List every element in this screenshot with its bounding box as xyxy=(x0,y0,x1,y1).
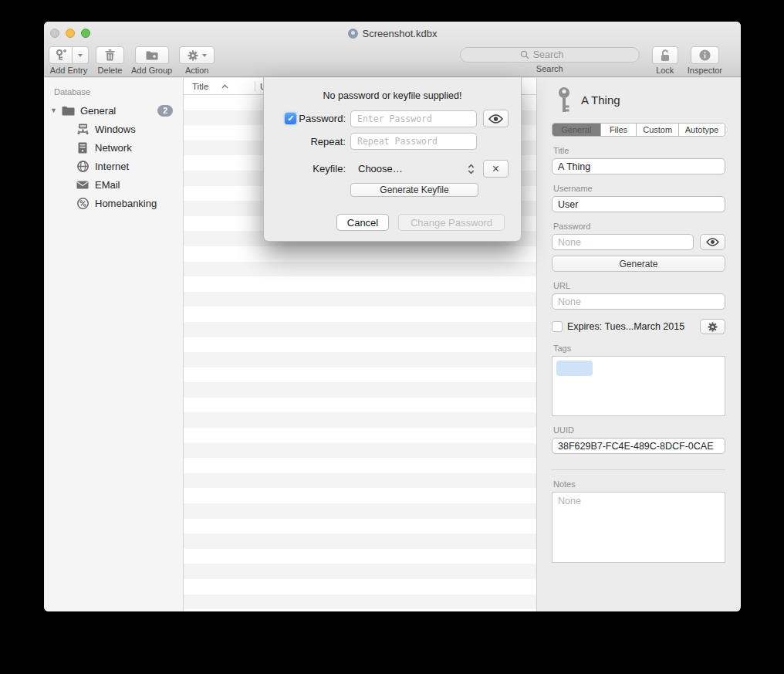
tag-chip[interactable] xyxy=(556,361,593,376)
sidebar-item-network[interactable]: Network xyxy=(44,138,183,157)
entry-row[interactable] xyxy=(184,322,536,337)
password-field[interactable] xyxy=(552,234,694,250)
entry-row[interactable] xyxy=(184,519,536,534)
entry-count-badge: 2 xyxy=(157,105,173,117)
entry-row[interactable] xyxy=(184,307,536,322)
show-password-button[interactable] xyxy=(483,110,509,127)
notes-field[interactable] xyxy=(552,492,725,563)
tab-files[interactable]: Files xyxy=(601,124,637,136)
change-password-button[interactable]: Change Password xyxy=(398,214,505,231)
app-window: Screenshot.kdbx Add Entry xyxy=(44,22,741,611)
entry-row[interactable] xyxy=(184,292,536,307)
entry-title: A Thing xyxy=(581,93,620,107)
globe-icon xyxy=(76,161,90,172)
generate-password-button[interactable]: Generate xyxy=(552,256,725,272)
username-field[interactable] xyxy=(552,196,725,212)
percent-icon xyxy=(76,198,90,209)
sidebar-section-header: Database xyxy=(44,84,183,101)
change-password-dialog: No password or keyfile supplied! ✓ Passw… xyxy=(263,77,522,242)
sidebar-item-label: EMail xyxy=(95,179,120,191)
title-field[interactable] xyxy=(552,158,725,174)
gear-icon xyxy=(708,322,718,332)
check-icon: ✓ xyxy=(287,113,294,124)
uuid-field[interactable] xyxy=(552,438,725,454)
lock-button[interactable] xyxy=(652,46,678,64)
sidebar-item-internet[interactable]: Internet xyxy=(44,157,183,175)
key-plus-icon xyxy=(56,49,66,61)
expires-checkbox[interactable] xyxy=(552,321,563,332)
entry-row[interactable] xyxy=(184,367,536,383)
entry-row[interactable] xyxy=(184,443,536,459)
sidebar-item-label: Internet xyxy=(95,161,129,172)
titlebar[interactable]: Screenshot.kdbx xyxy=(44,22,741,45)
entry-row[interactable] xyxy=(184,262,536,277)
notes-label: Notes xyxy=(553,479,725,489)
server-icon xyxy=(76,142,90,154)
entry-row[interactable] xyxy=(184,549,536,564)
entry-row[interactable] xyxy=(184,564,536,579)
tab-autotype[interactable]: Autotype xyxy=(679,124,725,136)
inspector-tabs: General Files Custom Autotype xyxy=(552,123,725,137)
inspector-toggle-group: Inspector xyxy=(688,46,722,75)
add-entry-menu-button[interactable] xyxy=(73,46,89,64)
url-field[interactable] xyxy=(552,293,725,310)
generate-keyfile-button[interactable]: Generate Keyfile xyxy=(350,183,478,197)
entry-row[interactable] xyxy=(184,382,536,398)
inspector-button[interactable] xyxy=(691,46,719,64)
reveal-password-button[interactable] xyxy=(700,234,725,250)
repeat-password-input[interactable] xyxy=(350,133,477,150)
repeat-label: Repeat: xyxy=(310,136,346,147)
entry-row[interactable] xyxy=(184,473,536,489)
sidebar-item-general[interactable]: ▼ General 2 xyxy=(44,101,183,120)
inspector-panel: A Thing General Files Custom Autotype Ti… xyxy=(536,78,740,611)
tab-custom[interactable]: Custom xyxy=(637,124,679,136)
add-group-group: Add Group xyxy=(131,46,172,75)
entry-row[interactable] xyxy=(184,458,536,473)
entry-row[interactable] xyxy=(184,579,536,594)
info-icon xyxy=(699,49,711,61)
entry-row[interactable] xyxy=(184,246,536,262)
search-field[interactable] xyxy=(460,47,640,63)
entry-row[interactable] xyxy=(184,337,536,353)
add-group-button[interactable] xyxy=(135,46,169,64)
title-field-label: Title xyxy=(553,146,725,155)
entry-row[interactable] xyxy=(184,488,536,503)
delete-group: Delete xyxy=(96,46,124,75)
lock-label: Lock xyxy=(656,66,674,75)
password-checkbox[interactable]: ✓ xyxy=(285,113,296,124)
clear-icon: × xyxy=(492,163,499,175)
sidebar-item-windows[interactable]: Windows xyxy=(44,120,183,138)
entry-row[interactable] xyxy=(184,594,536,610)
open-padlock-icon xyxy=(660,49,671,62)
delete-button[interactable] xyxy=(96,46,124,64)
search-input[interactable] xyxy=(533,49,580,60)
add-entry-button[interactable] xyxy=(49,46,73,64)
sidebar-item-label: Homebanking xyxy=(95,198,157,209)
action-button[interactable] xyxy=(179,46,215,64)
sidebar-item-email[interactable]: EMail xyxy=(44,175,183,194)
document-icon xyxy=(348,29,358,39)
cancel-button[interactable]: Cancel xyxy=(336,214,389,231)
action-label: Action xyxy=(185,66,209,75)
sort-ascending-icon xyxy=(221,84,251,89)
column-header-title[interactable]: Title xyxy=(184,82,255,91)
entry-row[interactable] xyxy=(184,352,536,367)
url-field-label: URL xyxy=(553,281,725,290)
envelope-icon xyxy=(76,181,90,189)
entry-row[interactable] xyxy=(184,428,536,443)
entry-row[interactable] xyxy=(184,412,536,428)
tab-general[interactable]: General xyxy=(553,124,601,136)
keyfile-popup[interactable]: Choose… xyxy=(350,163,477,174)
window-title: Screenshot.kdbx xyxy=(363,28,438,39)
entry-row[interactable] xyxy=(184,503,536,519)
password-field-label: Password xyxy=(553,222,725,231)
entry-row[interactable] xyxy=(184,398,536,413)
tags-box[interactable] xyxy=(552,356,725,416)
entry-row[interactable] xyxy=(184,276,536,292)
enter-password-input[interactable] xyxy=(350,110,477,127)
entry-row[interactable] xyxy=(184,533,536,549)
clear-keyfile-button[interactable]: × xyxy=(483,160,509,178)
expires-settings-button[interactable] xyxy=(700,319,725,334)
disclosure-triangle-icon[interactable]: ▼ xyxy=(50,107,58,114)
sidebar-item-homebanking[interactable]: Homebanking xyxy=(44,194,183,212)
